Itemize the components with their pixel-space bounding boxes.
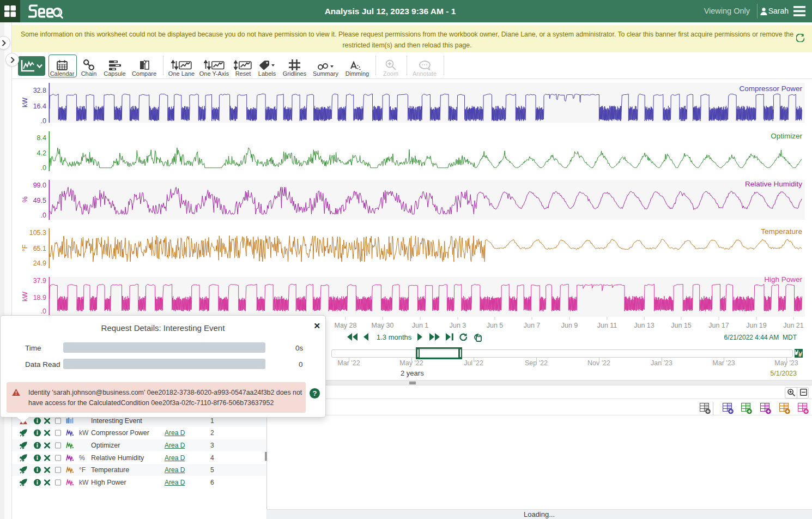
svg-text:99.0: 99.0 (33, 182, 46, 189)
svg-text:High Power: High Power (764, 275, 802, 283)
svg-text:Optimizer: Optimizer (771, 132, 802, 140)
svg-text:105.3: 105.3 (29, 229, 46, 237)
svg-text:18.9: 18.9 (33, 294, 46, 301)
svg-text:4.2: 4.2 (37, 149, 46, 157)
svg-text:Jun 11: Jun 11 (597, 322, 617, 329)
svg-text:.0: .0 (41, 212, 46, 219)
svg-text:16.4: 16.4 (33, 102, 46, 110)
svg-text:Jun 7: Jun 7 (524, 322, 541, 329)
svg-text:49.5: 49.5 (33, 197, 46, 204)
svg-text:.0: .0 (41, 164, 46, 172)
svg-text:32.8: 32.8 (33, 87, 46, 94)
svg-text:Jun 17: Jun 17 (708, 322, 729, 329)
svg-text:Jun 15: Jun 15 (671, 322, 692, 329)
svg-text:Jun 3: Jun 3 (450, 322, 466, 329)
svg-text:Jun 19: Jun 19 (746, 322, 767, 329)
svg-text:Jun 13: Jun 13 (634, 322, 655, 329)
svg-text:.0: .0 (41, 117, 46, 125)
svg-text:Jun 5: Jun 5 (487, 322, 504, 329)
svg-text:Jun 9: Jun 9 (561, 322, 578, 329)
svg-text:24.9: 24.9 (33, 260, 46, 267)
svg-text:May 30: May 30 (372, 322, 394, 329)
svg-text:Jun 21: Jun 21 (783, 322, 804, 329)
svg-text:Jun 1: Jun 1 (412, 322, 429, 329)
svg-text:.0: .0 (41, 307, 46, 315)
svg-text:%: % (21, 196, 29, 202)
svg-text:kW: kW (21, 292, 29, 301)
svg-text:8.4: 8.4 (37, 134, 46, 142)
svg-text:37.9: 37.9 (33, 277, 46, 285)
svg-text:Relative Humidity: Relative Humidity (745, 180, 802, 188)
svg-text:kW: kW (21, 98, 29, 107)
svg-text:May 28: May 28 (335, 322, 357, 329)
svg-text:Compressor Power: Compressor Power (739, 85, 802, 93)
svg-text:65.1: 65.1 (33, 245, 46, 252)
svg-text:Temperature: Temperature (761, 227, 802, 236)
svg-text:°F: °F (21, 244, 29, 251)
svg-text:?: ? (313, 389, 317, 397)
